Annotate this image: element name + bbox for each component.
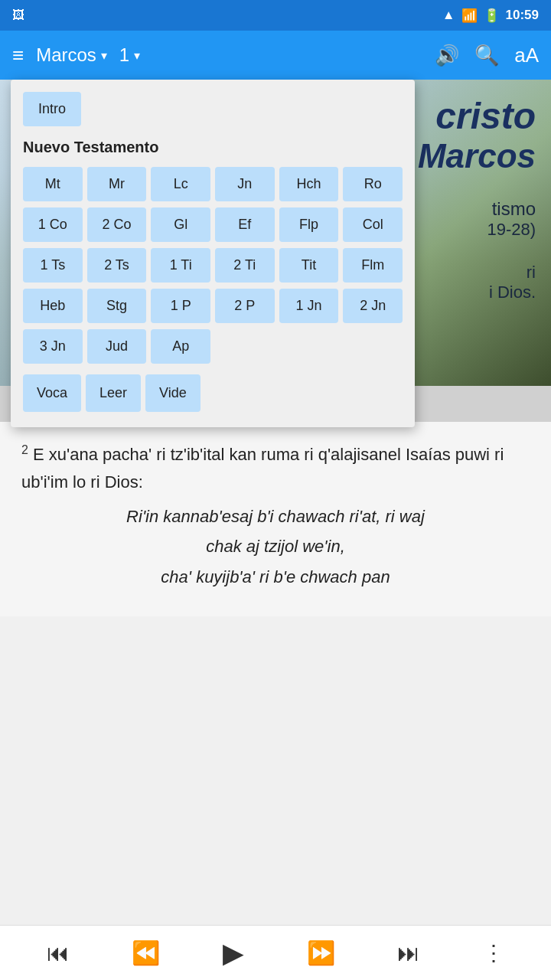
battery-icon: 🔋 [484, 8, 500, 24]
hero-title1: cristo [418, 95, 536, 137]
main-content: Intro Nuevo Testamento Mt Mr Lc Jn Hch R… [0, 80, 551, 678]
time: 10:59 [506, 8, 539, 23]
volume-button[interactable]: 🔊 [435, 44, 459, 67]
book-2Ti[interactable]: 2 Ti [215, 248, 275, 283]
book-Col[interactable]: Col [343, 207, 403, 242]
book-Stg[interactable]: Stg [87, 289, 147, 323]
book-Ro[interactable]: Ro [343, 167, 403, 201]
quote-line1: Ri'in kannab'esaj b'i chawach ri'at, ri … [37, 501, 514, 532]
book-Mr[interactable]: Mr [87, 167, 147, 201]
verse-number: 2 [21, 443, 28, 456]
book-Lc[interactable]: Lc [151, 167, 210, 201]
status-bar: 🖼 ▲ 📶 🔋 10:59 [0, 0, 551, 31]
book-Hch[interactable]: Hch [279, 167, 339, 201]
book-title: Marcos [36, 44, 96, 66]
app-bar-icons: 🔊 🔍 aA [435, 44, 539, 67]
player-bar: ⏮ ⏪ ▶ ⏩ ⏭ ⋮ [0, 925, 551, 980]
books-grid-row3: 1 Ts 2 Ts 1 Ti 2 Ti Tit Flm [23, 248, 403, 283]
nuevo-testamento-label: Nuevo Testamento [23, 139, 403, 156]
book-Heb[interactable]: Heb [23, 289, 83, 323]
hero-text-area: cristo Marcos tismo 19-28) ri i Dios. [418, 95, 536, 302]
voca-button[interactable]: Voca [23, 374, 81, 412]
app-bar: ≡ Marcos ▾ 1 ▾ 🔊 🔍 aA [0, 31, 551, 80]
menu-button[interactable]: ≡ [12, 44, 24, 67]
hero-body1: tismo [418, 198, 536, 220]
book-2P[interactable]: 2 P [215, 289, 275, 323]
book-Mt[interactable]: Mt [23, 167, 83, 201]
status-right: ▲ 📶 🔋 10:59 [442, 8, 539, 24]
book-Jud[interactable]: Jud [87, 329, 147, 364]
book-2Ts[interactable]: 2 Ts [87, 248, 147, 283]
book-Flp[interactable]: Flp [279, 207, 339, 242]
play-button[interactable]: ▶ [223, 937, 244, 969]
book-dropdown-icon: ▾ [101, 48, 107, 63]
hero-title2: Marcos [418, 137, 536, 175]
book-1Jn[interactable]: 1 Jn [279, 289, 339, 323]
verse-body: E xu'ana pacha' ri tz'ib'ital kan ruma r… [21, 445, 504, 491]
hero-body2: 19-28) [418, 220, 536, 240]
book-2Co[interactable]: 2 Co [87, 207, 147, 242]
books-grid-row1: Mt Mr Lc Jn Hch Ro [23, 167, 403, 201]
status-icons: 🖼 [12, 8, 24, 22]
chapter-number: 1 [119, 44, 129, 66]
book-Gl[interactable]: Gl [151, 207, 210, 242]
book-Flm[interactable]: Flm [343, 248, 403, 283]
skip-back-button[interactable]: ⏮ [47, 940, 70, 966]
search-button[interactable]: 🔍 [474, 44, 499, 67]
bottom-action-buttons: Voca Leer Vide [23, 374, 403, 412]
wifi-icon: ▲ [442, 8, 455, 23]
book-3Jn[interactable]: 3 Jn [23, 329, 83, 364]
chapter-dropdown-icon: ▾ [134, 48, 140, 63]
book-1Ts[interactable]: 1 Ts [23, 248, 83, 283]
fast-forward-button[interactable]: ⏩ [307, 939, 335, 966]
quote-line2: chak aj tzijol we'in, [37, 531, 514, 562]
signal-icon: 📶 [461, 8, 478, 24]
more-options-button[interactable]: ⋮ [483, 940, 504, 965]
books-grid-row4: Heb Stg 1 P 2 P 1 Jn 2 Jn [23, 289, 403, 323]
book-1Ti[interactable]: 1 Ti [151, 248, 210, 283]
quote-block: Ri'in kannab'esaj b'i chawach ri'at, ri … [21, 495, 530, 599]
book-1Co[interactable]: 1 Co [23, 207, 83, 242]
leer-button[interactable]: Leer [86, 374, 141, 412]
font-size-button[interactable]: aA [514, 44, 539, 67]
skip-forward-button[interactable]: ⏭ [397, 940, 420, 966]
book-selector-dropdown: Intro Nuevo Testamento Mt Mr Lc Jn Hch R… [11, 80, 415, 427]
book-Jn[interactable]: Jn [215, 167, 275, 201]
book-Ef[interactable]: Ef [215, 207, 275, 242]
image-icon: 🖼 [12, 8, 24, 22]
intro-button[interactable]: Intro [23, 92, 81, 126]
scripture-area: 2 E xu'ana pacha' ri tz'ib'ital kan ruma… [0, 422, 551, 616]
book-Tit[interactable]: Tit [279, 248, 339, 283]
hero-body4: i Dios. [418, 283, 536, 302]
books-grid-row2: 1 Co 2 Co Gl Ef Flp Col [23, 207, 403, 242]
book-1P[interactable]: 1 P [151, 289, 210, 323]
book-2Jn[interactable]: 2 Jn [343, 289, 403, 323]
app-bar-title[interactable]: Marcos ▾ 1 ▾ [36, 44, 140, 66]
hero-body3: ri [418, 263, 536, 283]
vide-button[interactable]: Vide [145, 374, 201, 412]
verse-text: 2 E xu'ana pacha' ri tz'ib'ital kan ruma… [21, 440, 530, 495]
quote-line3: cha' kuyijb'a' ri b'e chwach pan [37, 562, 514, 593]
books-grid-row5: 3 Jn Jud Ap [23, 329, 403, 364]
book-Ap[interactable]: Ap [151, 329, 210, 364]
rewind-button[interactable]: ⏪ [132, 939, 160, 966]
